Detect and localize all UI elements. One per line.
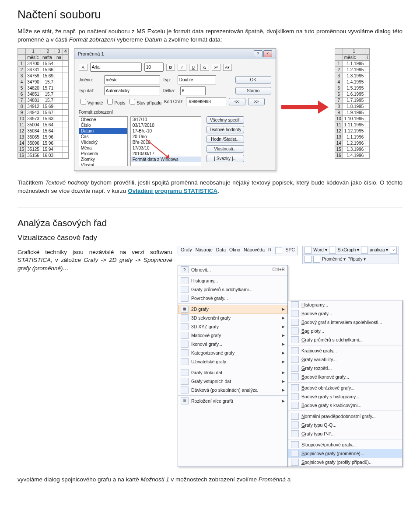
vlastnosti-button[interactable]: Vlastnosti...: [206, 145, 245, 153]
text-values-paragraph: Tlačítkem Textové hodnoty bychom prověři…: [18, 179, 402, 195]
menu-item[interactable]: Ikonové grafy...▶: [178, 340, 287, 348]
submenu-item[interactable]: Bodové ikonové grafy...: [288, 373, 402, 381]
menu-nástroje[interactable]: Nástroje: [196, 247, 213, 254]
help-icon[interactable]: ?: [254, 50, 262, 57]
submenu-item[interactable]: Bodové grafy s histogramy...: [288, 392, 402, 401]
grafy-dropdown[interactable]: ↻Obnovit...Ctrl+R Histogramy...Grafy prů…: [178, 265, 288, 467]
2d-grafy-submenu[interactable]: Histogramy...Bodové grafy...Bodový graf …: [288, 300, 402, 467]
chart-icon: [181, 349, 189, 356]
chart-icon: [181, 378, 189, 385]
submenu-item[interactable]: Bodové grafy s krabicovými...: [288, 401, 402, 410]
font-color-icon[interactable]: A▾: [223, 64, 232, 71]
toolbar-icon[interactable]: [361, 247, 368, 254]
submenu-item[interactable]: Bodový graf s intervalem spolehlivosti..…: [288, 318, 402, 327]
svazky-button[interactable]: [ Svazky ]...: [206, 155, 245, 162]
variable-dialog: Proměnná 1 ? × A B I U x₂ x² A▾ Jméno:: [74, 48, 276, 171]
kod-input[interactable]: [186, 97, 226, 106]
length-input[interactable]: [180, 86, 206, 95]
help-toolbar-icon[interactable]: ?: [390, 247, 397, 254]
menu-okno[interactable]: Okno: [229, 247, 240, 254]
menu-item[interactable]: Grafy bloku dat▶: [178, 368, 287, 377]
toolbar-a[interactable]: Word ▾SixGraph ▾analyza ▾?: [302, 246, 399, 255]
menu-item[interactable]: Grafy vstupních dat▶: [178, 377, 287, 386]
menu-item[interactable]: Grafy průměrů s odchylkami...: [178, 285, 287, 294]
all-specif-button[interactable]: Všechny specif.: [206, 116, 245, 124]
menu-2d-grafy[interactable]: ▦2D grafy▶: [178, 305, 287, 313]
ovladani-link[interactable]: Ovládání programu STATISTICA: [128, 188, 217, 194]
menu-item[interactable]: 3D sekvenční grafy▶: [178, 313, 287, 322]
toolbar-b[interactable]: Proměnné ▾Případy ▾: [302, 255, 399, 264]
submenu-item[interactable]: Grafy rozpětí...: [288, 364, 402, 373]
ok-button[interactable]: OK: [235, 76, 271, 84]
chart-icon: [291, 356, 299, 363]
menu-item[interactable]: Dávková (po skupinách) analýza▶: [178, 386, 287, 394]
font-size-input[interactable]: [144, 63, 164, 72]
type-label: Typ:: [163, 77, 175, 82]
chart-icon: [291, 373, 299, 380]
submenu-item[interactable]: Bodové obrázkové grafy...: [288, 383, 402, 392]
menu-item[interactable]: Kategorizované grafy▶: [178, 348, 287, 357]
spreadsheet-before: 1234 měsícnaftana 13470015,5423473115,66…: [18, 48, 69, 159]
pointer-arrow-icon: [144, 138, 179, 164]
hodn-statist-button[interactable]: Hodn./Statist...: [206, 136, 245, 143]
layout-icon: ▥: [181, 397, 189, 404]
menu-item[interactable]: Povrchové grafy...: [178, 294, 287, 303]
format-category-list[interactable]: ObecnéČísloDatumČasVědeckýMěnaProcentaZl…: [79, 116, 128, 166]
submenu-item[interactable]: Normální pravděpodobnostní grafy...: [288, 412, 402, 421]
superscript-icon[interactable]: x₂: [200, 64, 209, 71]
next-button[interactable]: >>: [248, 98, 265, 105]
submenu-item[interactable]: Bag ploty...: [288, 327, 402, 335]
submenu-item[interactable]: Spojnicové grafy (profily případů)...: [288, 458, 402, 467]
bold-icon[interactable]: B: [166, 64, 175, 71]
font-style-icon[interactable]: A: [79, 64, 88, 71]
chart-icon: [291, 393, 299, 400]
minus-icon[interactable]: [313, 256, 320, 263]
submenu-item[interactable]: Histogramy...: [288, 300, 402, 309]
toolbar-item[interactable]: Word ▾: [313, 247, 327, 252]
vyjmute-checkbox[interactable]: [80, 99, 86, 104]
datatype-select[interactable]: [104, 86, 160, 95]
menu-spc[interactable]: SPC: [286, 247, 295, 254]
text-values-button[interactable]: Textové hodnoty: [206, 126, 245, 133]
menu-r[interactable]: R: [268, 247, 272, 254]
subscript-icon[interactable]: x²: [212, 64, 220, 71]
toolbar-item[interactable]: SixGraph ▾: [338, 247, 359, 252]
font-name-input[interactable]: [90, 63, 142, 72]
stav-checkbox[interactable]: [130, 99, 135, 104]
menu-item[interactable]: Maticové grafy▶: [178, 331, 287, 340]
submenu-item[interactable]: Spojnicové grafy (proměnné)...: [288, 449, 402, 458]
toolbar-item[interactable]: analyza ▾: [370, 247, 388, 252]
chart-icon: [181, 341, 189, 348]
menu-item[interactable]: 3D XYZ grafy▶: [178, 322, 287, 331]
italic-icon[interactable]: I: [178, 64, 186, 71]
submenu-item[interactable]: Sloupcové/pruhové grafy...: [288, 440, 402, 449]
name-input[interactable]: [104, 75, 160, 84]
submenu-item[interactable]: Grafy typu Q-Q...: [288, 421, 402, 429]
menu-data[interactable]: Data: [216, 247, 226, 254]
menu-nápověda[interactable]: Nápověda: [244, 247, 265, 254]
toolbar-icon[interactable]: [304, 247, 312, 254]
submenu-item[interactable]: Krabicové grafy...: [288, 346, 402, 355]
storno-button[interactable]: Storno: [235, 87, 271, 94]
transform-arrow-icon: [281, 101, 329, 113]
name-label: Jméno:: [79, 77, 102, 82]
submenu-item[interactable]: Grafy typu P-P...: [288, 429, 402, 438]
toolbar-item[interactable]: Případy ▾: [347, 257, 366, 261]
submenu-item[interactable]: Grafy variability...: [288, 355, 402, 364]
popis-checkbox[interactable]: [107, 99, 113, 104]
submenu-item[interactable]: Grafy průměrů s odchylkami...: [288, 335, 402, 344]
close-icon[interactable]: ×: [263, 50, 272, 57]
toolbar-item[interactable]: Proměnné ▾: [322, 257, 346, 261]
menu-item[interactable]: Histogramy...: [178, 276, 287, 285]
menu-grafy[interactable]: Grafy: [181, 247, 192, 254]
prev-button[interactable]: <<: [229, 98, 245, 105]
underline-icon[interactable]: U: [189, 64, 198, 71]
vis-paragraph: Grafické techniky jsou nezávislé na verz…: [18, 248, 172, 273]
menu-bar[interactable]: GrafyNástrojeDataOknoNápovědaRSPC: [178, 246, 298, 255]
type-select[interactable]: [178, 75, 216, 84]
plus-icon[interactable]: [304, 256, 312, 263]
submenu-item[interactable]: Bodové grafy...: [288, 309, 402, 318]
toolbar-icon[interactable]: [329, 247, 336, 254]
menu-item[interactable]: Uživatelské grafy▶: [178, 357, 287, 366]
chart-icon: [291, 384, 299, 391]
